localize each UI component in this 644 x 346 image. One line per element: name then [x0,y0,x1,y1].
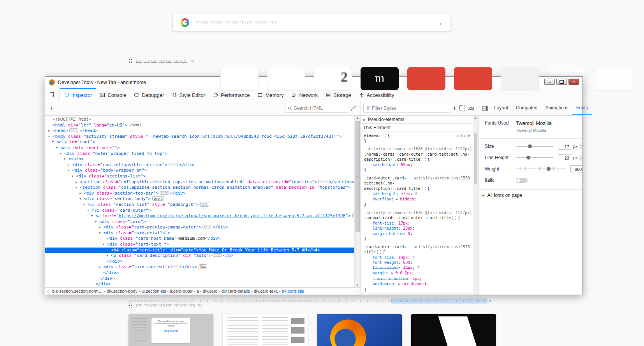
pencil-icon[interactable] [348,105,358,111]
flex-badge[interactable]: flex [199,264,207,269]
rules-section-header[interactable]: This Element [361,124,473,132]
markup-row[interactable]: ▶<div class="section-top-bar">···</div> [45,191,355,197]
css-declaration[interactable]: line-height: 19px; [364,265,471,271]
css-rule[interactable]: .card-outer .card-activity-stream.css:15… [361,174,473,209]
maximize-button[interactable] [556,79,567,85]
rule-source-link[interactable]: activity-stream.css:1616 [366,211,423,215]
top-sites-header[interactable]: □□ □□ □□ □□ □□ □□ □□ [128,59,194,63]
story-card[interactable] [317,314,402,346]
markup-row[interactable]: ▼<div data-reactroot=""> [45,145,355,151]
rules-section-header[interactable]: ▶Pseudo-elements [361,116,473,124]
markup-row[interactable]: ▶<div class="non-collapsible-section">··… [45,162,355,168]
rules-view[interactable]: ▶Pseudo-elementsThis Elementelement{inli… [361,116,478,295]
markup-row[interactable]: ▼<body class="activity-stream" style="--… [45,134,355,140]
ellipsis-badge[interactable]: ··· [171,265,180,268]
ellipsis-badge[interactable]: ··· [69,128,78,132]
markup-row[interactable]: ▼<a href="https://medium.com/thrive-glob… [45,213,355,219]
markup-row[interactable]: ▶<section class="collapsible-section top… [45,179,355,185]
size-input[interactable]: 17 [558,143,571,150]
markup-row[interactable]: ▼<div class="body-wrapper on"> [45,168,355,174]
pocket-highlighted-link[interactable]: □□ □□ □□ □□ □□ □□ □□ □□ □□ □□ □□ □□ □□ □… [391,298,487,304]
breadcrumb-scroll-left[interactable]: ‹ [45,289,51,293]
css-declaration[interactable]: font-size: 17px; [364,221,471,226]
top-site-tile[interactable]: m [361,67,399,90]
survey-button[interactable]: Take Survey [154,329,188,332]
top-site-tile[interactable] [454,67,492,90]
top-site-tile[interactable] [594,67,632,90]
weight-input[interactable]: 600 [570,165,582,172]
markup-row[interactable]: ▶<head>···</head> [45,128,355,134]
line-height-slider[interactable] [516,155,553,160]
pick-element-button[interactable] [45,90,60,100]
event-badge[interactable]: event [129,123,141,127]
pocket-link-chevron-icon[interactable]: › [489,297,491,304]
breadcrumb-item[interactable]: h4.card-title [281,289,305,293]
filter-styles-input[interactable]: Filter Styles [363,104,450,112]
breadcrumb-item[interactable]: div.section-body [106,289,139,293]
markup-row[interactable]: </div> [45,259,355,265]
markup-row[interactable]: ▼<div id="root"> [45,139,355,145]
top-site-tile[interactable] [220,67,259,90]
markup-row[interactable]: ▼<div class="outer-wrapper fixed-to-top"… [45,151,355,157]
markup-row[interactable]: ▶<div class="card-context">···</div>flex [45,264,355,270]
sidebar-tab-layout[interactable]: Layout [490,101,512,115]
markup-row[interactable]: ▶<div class="card-preview-image-outer">·… [45,225,355,230]
line-height-unit[interactable]: px [573,155,578,160]
css-rule[interactable]: element{inline} [361,132,473,145]
markup-row[interactable]: ▼<div class="card-details"> [45,230,355,236]
story-card[interactable] [411,314,496,346]
grid-badge[interactable]: grid [200,202,209,207]
css-declaration[interactable]: margin-bottom: 0; [364,231,471,237]
sidebar-tab-animations[interactable]: Animations [541,101,572,115]
markup-row[interactable]: ▶<p class="card-description" dir="auto">… [45,253,355,259]
size-slider[interactable] [516,144,553,149]
rule-source-link[interactable]: activity-stream.css:1620 [366,147,423,151]
css-declaration[interactable]: margin: ▶ 0 0 2px; [364,270,471,276]
css-declaration[interactable]: word-wrap: ▶ break-word; [364,281,471,287]
line-height-stepper[interactable]: ▲▼ [579,155,582,160]
breadcrumb-item[interactable]: li.card-outer [169,289,194,293]
ellipsis-badge[interactable]: ··· [213,253,222,257]
ellipsis-badge[interactable]: ··· [160,191,169,195]
css-rule[interactable]: .card-outer .card-activity-stream.css:15… [361,243,473,294]
chevron-down-icon[interactable] [190,58,195,62]
ellipsis-badge[interactable]: ··· [202,225,211,228]
add-rule-button[interactable]: + [452,104,457,112]
breadcrumb-item[interactable]: ul.section-list [140,289,167,293]
css-rule[interactable]: activity-stream.css:1616 @(min-width: 11… [361,209,473,243]
devtools-tab-console[interactable]: Console [96,88,130,101]
markup-row[interactable]: ▼<div class="card"> [45,219,355,225]
selector-highlighter-icon[interactable] [452,216,456,220]
breadcrumb-item[interactable]: ble-section.section.norm… [51,289,104,293]
css-declaration[interactable]: max-height: 57px; [364,191,471,197]
markup-row[interactable]: ▼<div class="card-text "> [45,242,355,248]
selector-highlighter-icon[interactable] [382,134,385,137]
css-declaration[interactable]: └ margin-bottom: 2px; [364,276,471,282]
rule-source-link[interactable]: activity-stream.css:1560 [414,176,470,181]
markup-view[interactable]: <!DOCTYPE html><html dir="ltr" lang="en-… [45,116,361,295]
css-rule[interactable]: *, ::before, ::afteractivity-stream.css:… [361,294,473,295]
selector-highlighter-icon[interactable] [422,187,426,190]
chevron-down-icon[interactable] [198,302,202,307]
ellipsis-badge[interactable]: ··· [318,180,327,183]
size-unit[interactable]: px [573,144,578,149]
scroll-up-icon[interactable]: ▲ [473,116,478,120]
breadcrumb-item[interactable]: div.card-text. [253,289,279,293]
size-stepper[interactable]: ▲▼ [579,144,582,149]
story-card[interactable]: We would love to get your opinion with o… [128,314,213,346]
markup-row[interactable]: ▼<div class="section-body">event [45,196,355,202]
line-height-input[interactable]: 23 [558,154,571,161]
css-declaration[interactable]: line-height: 23px; [364,226,471,231]
breadcrumb-item[interactable]: div.card-details [220,289,251,293]
markup-row[interactable]: </div> [45,281,355,287]
breadcrumb-item[interactable]: div.card [202,289,219,293]
search-html-input[interactable]: Search HTML [285,104,348,112]
css-declaration[interactable]: overflow: ▶ hidden; [364,197,471,202]
overridden-filter-icon[interactable] [417,266,420,269]
devtools-tab-inspector[interactable]: Inspector [60,88,96,101]
scroll-up-icon[interactable]: ▲ [355,116,361,120]
top-site-tile[interactable] [501,67,539,90]
markup-row[interactable]: </div> [45,276,355,282]
add-node-button[interactable]: + [50,104,54,112]
markup-row[interactable]: </div> [45,270,355,276]
